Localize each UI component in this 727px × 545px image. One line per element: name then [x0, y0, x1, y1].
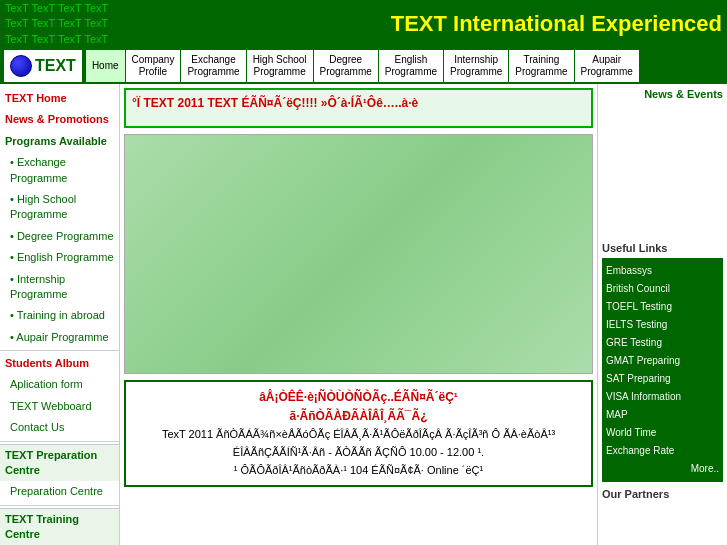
sidebar-training-header: TEXT Training Centre [0, 508, 119, 545]
nav-training-programme[interactable]: Training Programme [509, 50, 573, 82]
center-content: °Ï TEXT 2011 TEXT ÉÃÑ¤Ã´ëÇ!!!! »Ô´à·ÍÃ¹Ô… [120, 84, 597, 545]
sidebar-contact[interactable]: Contact Us [0, 417, 119, 438]
link-toefl[interactable]: TOEFL Testing [606, 298, 719, 316]
content-line1: âÅ¡ÒÊÊ·è¡ÑÒÙÒÑÒÃç..ÉÃÑ¤Ã´ëÇ¹ [132, 388, 585, 407]
sidebar-application[interactable]: Aplication form [0, 374, 119, 395]
link-gmat[interactable]: GMAT Preparing [606, 352, 719, 370]
link-visa[interactable]: VISA Information [606, 388, 719, 406]
nav-links: Home Company Profile Exchange Programme … [86, 50, 639, 82]
nav-home[interactable]: Home [86, 50, 125, 82]
link-exchange-rate[interactable]: Exchange Rate [606, 442, 719, 460]
sidebar-internship[interactable]: • InternshipProgramme [0, 269, 119, 306]
site-title: TEXT International Experienced [118, 11, 722, 37]
content-line5: ¹ ÔÃÔÃðÎÂ¹ÃñòÃðÃÀ·¹ 104 ÉÃÑ¤Ã¢Ã· Online … [132, 462, 585, 480]
link-map[interactable]: MAP [606, 406, 719, 424]
our-partners-title: Our Partners [602, 488, 723, 500]
useful-links-title: Useful Links [602, 242, 723, 254]
main-layout: TEXT Home News & Promotions Programs Ava… [0, 84, 727, 545]
link-british-council[interactable]: British Council [606, 280, 719, 298]
content-line2: ã·ÃñÒÃÀÐÃÀÎÂÎ¸ÃÃ¯Ã¿ [132, 407, 585, 426]
content-box: âÅ¡ÒÊÊ·è¡ÑÒÙÒÑÒÃç..ÉÃÑ¤Ã´ëÇ¹ ã·ÃñÒÃÀÐÃÀÎ… [124, 380, 593, 487]
sidebar-preparation-header: TEXT PreparationCentre [0, 444, 119, 482]
content-line3: TexT 2011 ÃñÒÃÁÃ¾ñ×èÅÃóÔÃç ÉÎÂÃ¸Ã·Ã¹ÃÔëÃ… [132, 426, 585, 444]
link-embassys[interactable]: Embassys [606, 262, 719, 280]
useful-links-box: Embassys British Council TOEFL Testing I… [602, 258, 723, 482]
nav-company-profile[interactable]: Company Profile [126, 50, 181, 82]
link-ielts[interactable]: IELTS Testing [606, 316, 719, 334]
sidebar-degree[interactable]: • Degree Programme [0, 226, 119, 247]
sidebar-preparation-centre[interactable]: Preparation Centre [0, 481, 119, 502]
link-sat[interactable]: SAT Preparing [606, 370, 719, 388]
divider-2 [0, 441, 119, 442]
nav-high-school-programme[interactable]: High School Programme [247, 50, 313, 82]
banner-announcement: °Ï TEXT 2011 TEXT ÉÃÑ¤Ã´ëÇ!!!! »Ô´à·ÍÃ¹Ô… [132, 96, 418, 110]
news-events-title: News & Events [602, 88, 723, 100]
nav-bar: TEXT Home Company Profile Exchange Progr… [0, 48, 727, 84]
sidebar-students-album[interactable]: Students Album [0, 353, 119, 374]
banner-left-text: TexT TexT TexT TexT TexT TexT TexT TexT … [5, 1, 108, 47]
sidebar-programs-header: Programs Available [0, 131, 119, 152]
link-more[interactable]: More.. [606, 460, 719, 478]
news-events-area [602, 104, 723, 234]
sidebar-news-promotions[interactable]: News & Promotions [0, 109, 119, 130]
main-image-area [124, 134, 593, 374]
sidebar-high-school[interactable]: • High SchoolProgramme [0, 189, 119, 226]
right-sidebar: News & Events Useful Links Embassys Brit… [597, 84, 727, 545]
nav-degree-programme[interactable]: Degree Programme [314, 50, 378, 82]
sidebar-training-abroad[interactable]: • Training in abroad [0, 305, 119, 326]
logo-text: TEXT [35, 57, 76, 75]
sidebar-text-home[interactable]: TEXT Home [0, 88, 119, 109]
nav-aupair-programme[interactable]: Aupair Programme [575, 50, 639, 82]
sidebar-aupair[interactable]: • Aupair Programme [0, 327, 119, 348]
nav-english-programme[interactable]: English Programme [379, 50, 443, 82]
divider-3 [0, 505, 119, 506]
sidebar-exchange[interactable]: • Exchange Programme [0, 152, 119, 189]
top-banner-area: °Ï TEXT 2011 TEXT ÉÃÑ¤Ã´ëÇ!!!! »Ô´à·ÍÃ¹Ô… [124, 88, 593, 128]
divider-1 [0, 350, 119, 351]
link-world-time[interactable]: World Time [606, 424, 719, 442]
globe-icon [10, 55, 32, 77]
left-sidebar: TEXT Home News & Promotions Programs Ava… [0, 84, 120, 545]
sidebar-english[interactable]: • English Programme [0, 247, 119, 268]
sidebar-webboard[interactable]: TEXT Webboard [0, 396, 119, 417]
nav-exchange-programme[interactable]: Exchange Programme [181, 50, 245, 82]
link-gre[interactable]: GRE Testing [606, 334, 719, 352]
top-banner: TexT TexT TexT TexT TexT TexT TexT TexT … [0, 0, 727, 48]
nav-internship-programme[interactable]: Internship Programme [444, 50, 508, 82]
content-line4: ÉÎÂÃñÇÃÃÍÑ¹Ã·Âñ - ÃÒÃÃñ ÃÇÑÔ 10.00 - 12.… [132, 444, 585, 462]
logo[interactable]: TEXT [4, 50, 82, 82]
